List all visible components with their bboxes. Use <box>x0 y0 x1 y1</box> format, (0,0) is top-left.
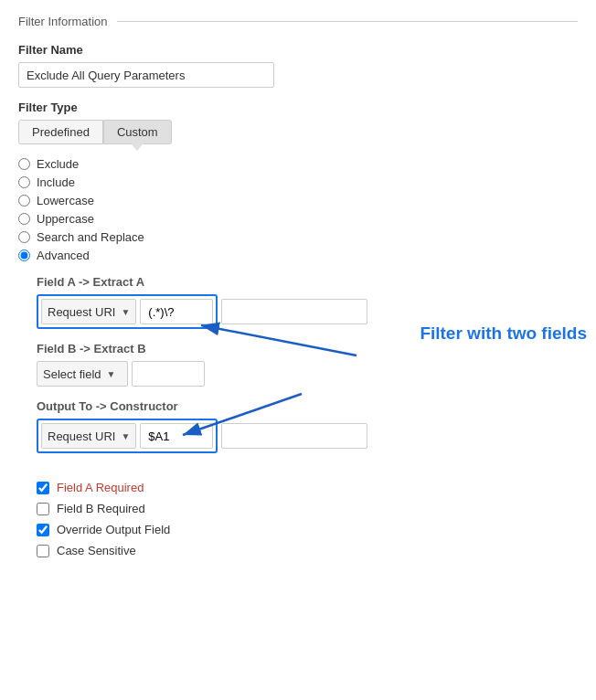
radio-lowercase-input[interactable] <box>18 195 30 207</box>
filter-name-label: Filter Name <box>18 43 578 57</box>
radio-lowercase[interactable]: Lowercase <box>18 194 578 207</box>
checkbox-field-b-required-label: Field B Required <box>57 502 145 515</box>
checkbox-field-a-required[interactable]: Field A Required <box>37 481 578 494</box>
radio-exclude-label: Exclude <box>37 157 79 171</box>
field-b-chevron-icon: ▼ <box>107 369 116 379</box>
output-to-row: Request URI ▼ <box>37 419 578 453</box>
field-a-chevron-icon: ▼ <box>121 307 130 317</box>
radio-search-replace-input[interactable] <box>18 231 30 243</box>
filter-name-input[interactable] <box>18 62 274 88</box>
output-to-section: Output To -> Constructor Request URI ▼ <box>37 399 578 453</box>
radio-lowercase-label: Lowercase <box>37 194 94 207</box>
radio-uppercase-input[interactable] <box>18 213 30 225</box>
filter-information-header: Filter Information <box>18 15 578 28</box>
field-a-section: Field A -> Extract A Request URI ▼ <box>37 275 578 329</box>
output-to-label: Output To -> Constructor <box>37 399 578 413</box>
filter-type-label: Filter Type <box>18 101 578 114</box>
radio-exclude[interactable]: Exclude <box>18 157 578 171</box>
output-to-chevron-icon: ▼ <box>121 431 130 441</box>
checkbox-case-sensitive-input[interactable] <box>37 545 49 557</box>
radio-advanced[interactable]: Advanced <box>18 249 578 262</box>
radio-advanced-label: Advanced <box>37 249 90 262</box>
checkbox-case-sensitive[interactable]: Case Sensitive <box>37 544 578 557</box>
field-a-extra-input[interactable] <box>221 299 367 324</box>
section-title: Filter Information <box>18 15 108 28</box>
output-to-highlighted: Request URI ▼ <box>37 419 218 453</box>
checkbox-group: Field A Required Field B Required Overri… <box>37 481 578 557</box>
field-b-section: Field B -> Extract B Select field ▼ Filt… <box>37 342 578 387</box>
header-divider <box>117 21 578 22</box>
tab-predefined[interactable]: Predefined <box>18 120 103 144</box>
radio-search-replace-label: Search and Replace <box>37 230 144 244</box>
output-to-dropdown-value: Request URI <box>48 430 115 443</box>
radio-advanced-input[interactable] <box>18 249 30 261</box>
checkbox-override-output[interactable]: Override Output Field <box>37 523 578 536</box>
filter-name-section: Filter Name <box>18 43 578 88</box>
output-to-extra-input[interactable] <box>221 423 367 449</box>
field-a-highlighted: Request URI ▼ <box>37 294 218 329</box>
radio-uppercase-label: Uppercase <box>37 212 94 226</box>
checkbox-field-b-required-input[interactable] <box>37 503 49 515</box>
output-to-text-input[interactable] <box>140 423 213 449</box>
field-a-dropdown[interactable]: Request URI ▼ <box>41 299 136 324</box>
radio-include-input[interactable] <box>18 176 30 188</box>
filter-radio-group: Exclude Include Lowercase Uppercase Sear… <box>18 157 578 262</box>
field-a-label: Field A -> Extract A <box>37 275 578 289</box>
checkbox-field-a-required-input[interactable] <box>37 482 49 494</box>
checkbox-override-output-input[interactable] <box>37 524 49 536</box>
tab-custom[interactable]: Custom <box>103 120 172 144</box>
checkbox-case-sensitive-label: Case Sensitive <box>57 544 136 557</box>
field-b-label: Field B -> Extract B <box>37 342 578 355</box>
radio-include-label: Include <box>37 175 75 189</box>
checkbox-field-a-required-label: Field A Required <box>57 481 144 494</box>
checkbox-override-output-label: Override Output Field <box>57 523 170 536</box>
advanced-section: Field A -> Extract A Request URI ▼ Field… <box>18 275 578 453</box>
annotation-text: Filter with two fields <box>420 323 587 344</box>
filter-type-section: Filter Type Predefined Custom <box>18 101 578 144</box>
radio-uppercase[interactable]: Uppercase <box>18 212 578 226</box>
filter-type-tabs: Predefined Custom <box>18 120 578 144</box>
field-b-row: Select field ▼ <box>37 361 578 387</box>
radio-search-replace[interactable]: Search and Replace <box>18 230 578 244</box>
field-a-text-input[interactable] <box>140 299 213 324</box>
annotation-container: Filter with two fields <box>420 323 587 344</box>
output-to-dropdown[interactable]: Request URI ▼ <box>41 423 136 449</box>
radio-exclude-input[interactable] <box>18 158 30 170</box>
field-b-dropdown-value: Select field <box>43 367 101 381</box>
radio-include[interactable]: Include <box>18 175 578 189</box>
checkbox-field-b-required[interactable]: Field B Required <box>37 502 578 515</box>
field-b-dropdown[interactable]: Select field ▼ <box>37 361 128 387</box>
field-a-dropdown-value: Request URI <box>48 305 115 319</box>
field-b-text-input[interactable] <box>132 361 205 387</box>
